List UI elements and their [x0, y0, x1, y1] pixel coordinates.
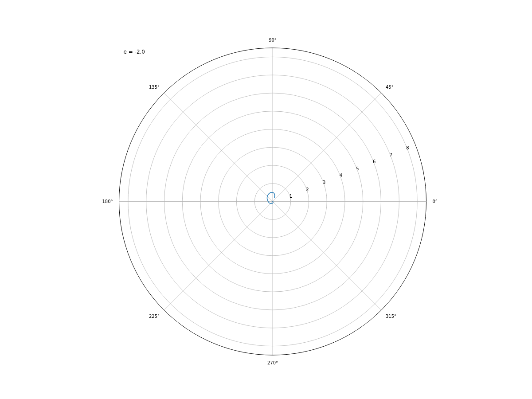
theta-tick-label: 315° — [386, 314, 396, 319]
svg-line-11 — [164, 93, 273, 201]
theta-tick-label: 0° — [433, 199, 438, 204]
r-tick-label: 4 — [340, 173, 342, 178]
theta-tick-label: 90° — [269, 38, 277, 43]
r-tick-label: 7 — [390, 153, 392, 157]
theta-tick-label: 225° — [149, 314, 160, 319]
r-tick-label: 3 — [323, 180, 325, 185]
r-tick-label: 2 — [306, 187, 309, 192]
theta-tick-label: 135° — [149, 85, 160, 90]
theta-tick-label: 180° — [102, 199, 113, 204]
svg-line-15 — [273, 202, 381, 310]
figure: 12345678 0°45°90°135°180°225°270°315° e … — [0, 0, 532, 399]
svg-line-9 — [273, 93, 381, 201]
polar-axes: 12345678 0°45°90°135°180°225°270°315° e … — [0, 0, 532, 399]
chart-title: e = -2.0 — [124, 49, 145, 55]
r-tick-label: 6 — [373, 159, 376, 164]
series-line — [267, 192, 275, 203]
theta-tick-label: 270° — [267, 360, 278, 365]
r-tick-label: 1 — [289, 194, 292, 199]
svg-line-13 — [164, 202, 273, 310]
theta-tick-label: 45° — [386, 85, 394, 90]
r-tick-label: 8 — [406, 145, 409, 150]
r-tick-label: 5 — [356, 166, 359, 171]
